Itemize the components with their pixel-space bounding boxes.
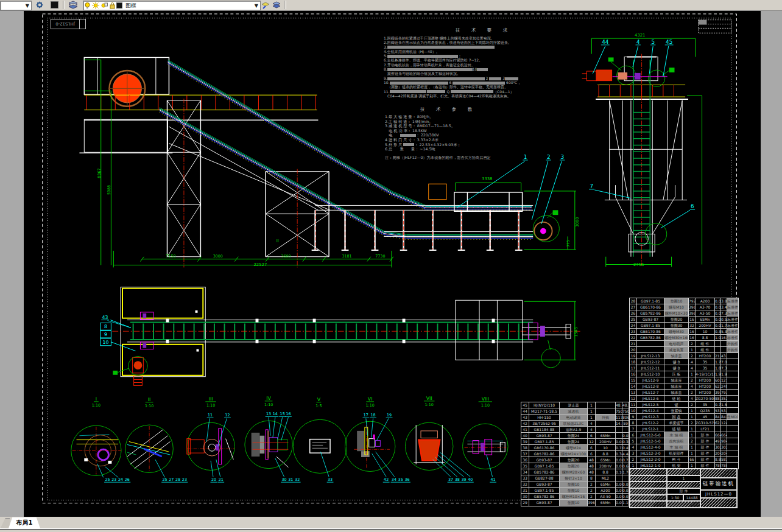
text-line: 7.开动电机以前，用手转动风机叶片，再验证全机运转。: [384, 63, 588, 67]
dim-3000: 3000: [213, 254, 223, 258]
layer-color-swatch: [116, 2, 122, 9]
detail-circle-right: [648, 70, 664, 86]
callout-42: 42: [384, 477, 389, 481]
bom-row: 44MD17-71-18.5减速机1750750外购件: [521, 408, 643, 415]
parts-table-right: 28GB97.1-85垫圈10792A2000.0053.85标准件27GB61…: [629, 298, 739, 469]
outside-paper-left: [0, 10, 24, 517]
bom-row: 29GB93-87垫圈1039665Mn0.0031.19标准件: [521, 500, 643, 506]
elevator-view[interactable]: [582, 38, 702, 267]
drawing-number: JHLS12—0: [700, 490, 737, 499]
callout-40: 40: [468, 477, 473, 481]
plan-motor[interactable]: [113, 356, 147, 385]
bom-row: 3JHLS12-3-0机架部件1部 件20452045: [630, 450, 738, 457]
sun-viewport-icon: [100, 2, 108, 9]
toolbar-separator: [284, 1, 286, 9]
bom-row: 22GB5782-86螺栓M30×160168.81.0516.9标准件: [630, 335, 738, 341]
lock-icon: [109, 2, 115, 9]
detail-3-content: [187, 429, 234, 464]
text-line: C04—42环氧底漆 调腻子刮平、打光、再喷两道C04—42环氧磁漆浅灰色。: [384, 94, 588, 98]
bom-row: 423B/T2562-95联轴器ZL3C414.859外购件: [521, 421, 643, 427]
callout-23: 23: [111, 477, 116, 481]
paperspace-canvas[interactable]: 4321275633382252771503000360031817730886…: [0, 10, 782, 517]
technical-parameters: 技 术 参 数 1.最 大 输 送 量： 80吨/h。2.主 轴 转 速： 14…: [385, 107, 580, 161]
dim-5988: 5988: [107, 185, 111, 195]
bom-row: 36GB93-87垫圈204865Mn0.010.73标准件: [521, 457, 643, 463]
detail-label-4: IV: [266, 396, 271, 401]
callout-20: 20: [211, 477, 216, 481]
balloon-6: 6: [691, 203, 694, 209]
text-line: 4.全机采用润滑机油（HJ—40）。: [384, 49, 588, 54]
bom-row: 32GB93-87垫圈10265Mn0.0030.01标准件: [521, 481, 643, 488]
detail-label-1: I: [96, 396, 97, 402]
tail-wheel[interactable]: [533, 210, 559, 242]
layer-name: 图框: [124, 2, 136, 10]
callout-17: 17: [364, 413, 368, 417]
bom-row: 9JHLS12-3园 盘14584.784.7含MD17-38: [630, 414, 738, 420]
bom-row: 19JHLS12-13轴承盖2HT20021.643.2: [630, 353, 738, 359]
elevator-boot[interactable]: [615, 185, 675, 252]
make-layer-current-button[interactable]: [261, 1, 270, 9]
text-line: 11. Q （C04—1）: [384, 89, 588, 94]
dim-7150: 7150: [166, 254, 175, 258]
params-title: 技 术 参 数: [420, 107, 580, 113]
layer-control-combo[interactable]: 图框 ▼: [83, 1, 261, 10]
callout-28: 28: [175, 477, 180, 481]
bom-row: 12JHLS12-6链 轮4ZG270-50088.1352.4: [630, 396, 738, 402]
callout-27: 27: [169, 477, 174, 481]
detail-8-content: [465, 439, 507, 455]
callout-41: 41: [491, 477, 496, 481]
dim-775: 775: [566, 240, 570, 247]
callout-24: 24: [118, 477, 123, 481]
corner-stamp: JHLS12-0: [51, 19, 80, 29]
toolbar-combo-stub[interactable]: ▼: [0, 1, 32, 10]
text-line: 1.最 大 输 送 量： 80吨/h。: [385, 114, 580, 119]
callout-39: 39: [462, 477, 467, 481]
layer-previous-button[interactable]: [272, 1, 281, 9]
layer-properties-button[interactable]: [33, 1, 46, 9]
detail-label-3: III: [209, 396, 213, 402]
detail-scale-1: 1:10: [92, 403, 100, 407]
layout-tabs: 布局1: [0, 517, 782, 529]
chevron-down-icon[interactable]: ▼: [255, 3, 259, 9]
bom-row: 10JHLS12-4张紧轴1Q23553.453.4: [630, 408, 738, 414]
chute-box[interactable]: [429, 184, 446, 199]
balloon-45: 45: [666, 39, 672, 45]
bom-row: 43HH-150电动滚筒1外购117806外购件: [521, 415, 643, 421]
feed-hopper[interactable]: [454, 192, 523, 211]
callout-34: 34: [392, 477, 396, 481]
detail-scale-8: 1:10: [481, 403, 490, 407]
balloon-5: 5: [651, 39, 655, 45]
tab-layout1[interactable]: 布局1: [9, 517, 40, 528]
revision-table[interactable]: [699, 20, 731, 33]
text-line: 2.困阀链条在图示状态为自然悬垂状态，快速角链面的上下间隙均匀拧紧链条。: [384, 40, 588, 44]
dim-1545: 1545: [574, 327, 578, 337]
callout-18: 18: [371, 413, 376, 417]
callout-15: 15: [280, 411, 285, 416]
text-line: （调整）链条的松紧程度，（各运动）部件、运转中应平稳、无明显噪音。: [384, 85, 588, 89]
bom-row: 41GB1184-88油杯A1.94标准件: [521, 427, 643, 433]
text-line: 6.总 重 量： ~14.5吨: [385, 147, 580, 152]
dim-3600: 3600: [281, 254, 291, 258]
bom-row: 18JHLS12-12键 B4351.767.04: [630, 359, 738, 365]
weight-cell: 14488: [683, 494, 700, 501]
text-line: 电 ： 220/380V: [385, 133, 580, 138]
layers-dialog-button[interactable]: [66, 1, 80, 9]
dim-3181: 3181: [342, 254, 351, 258]
balloon-43: 43: [102, 315, 108, 320]
detail-label-2: II: [148, 397, 151, 402]
layers-blue-icon: [272, 1, 281, 9]
bom-row: 21电动葫芦2组 件外购件: [630, 341, 738, 347]
chevron-down-icon[interactable]: ▼: [26, 3, 30, 9]
balloon-9: 9: [104, 332, 107, 337]
scale-cell: 1:30: [667, 494, 683, 501]
callout-16: 16: [286, 411, 291, 416]
dim-3338: 3338: [482, 177, 492, 181]
color-swatch-button[interactable]: [48, 1, 61, 9]
callout-23b: 23: [182, 477, 187, 481]
bom-row: 30GB5782-86螺栓M10×162A3-500.010.02标准件: [521, 494, 643, 500]
balloon-4: 4: [636, 39, 640, 45]
tab-model-partial[interactable]: [0, 518, 10, 529]
bom-row: 28GB97.1-85垫圈10792A2000.0053.85标准件: [630, 298, 738, 304]
text-line: 观察链条与链轮的啮合情况及主轴运转状况。: [384, 71, 588, 75]
plan-view[interactable]: [100, 287, 581, 386]
